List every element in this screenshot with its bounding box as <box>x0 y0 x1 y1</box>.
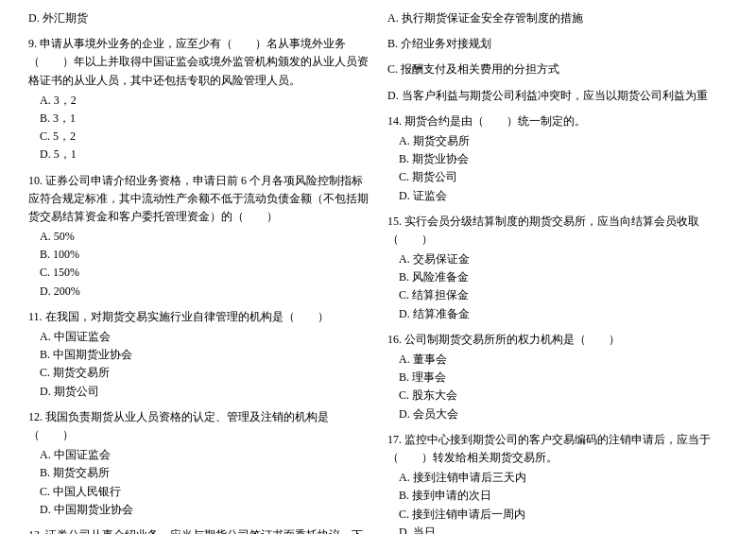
option-d-foreign: D. 外汇期货 <box>28 9 369 27</box>
question-9-text: 9. 申请从事境外业务的企业，应至少有（ ）名从事境外业务（ ）年以上并取得中国… <box>28 35 369 90</box>
q11-option-a: A. 中国证监会 <box>40 328 369 346</box>
q16-option-d: D. 会员大会 <box>399 405 728 423</box>
question-11-text: 11. 在我国，对期货交易实施行业自律管理的机构是（ ） <box>28 308 369 326</box>
q10-option-d: D. 200% <box>40 283 369 301</box>
q14-option-b: B. 期货业协会 <box>399 150 728 168</box>
q17-option-b: B. 接到申请的次日 <box>399 487 728 505</box>
q15-option-d: D. 结算准备金 <box>399 305 728 323</box>
q10-option-c: C. 150% <box>40 264 369 282</box>
question-17-text: 17. 监控中心接到期货公司的客户交易编码的注销申请后，应当于（ ）转发给相关期… <box>387 431 728 467</box>
q16-option-b: B. 理事会 <box>399 369 728 387</box>
question-11-options: A. 中国证监会 B. 中国期货业协会 C. 期货交易所 D. 期货公司 <box>28 328 369 401</box>
q14-option-a: A. 期货交易所 <box>399 132 728 150</box>
q9-option-d: D. 5，1 <box>40 146 369 164</box>
q9-option-b: B. 3，1 <box>40 110 369 128</box>
q16-option-a: A. 董事会 <box>399 351 728 369</box>
q14-option-d: D. 证监会 <box>399 187 728 205</box>
question-15-text: 15. 实行会员分级结算制度的期货交易所，应当向结算会员收取（ ） <box>387 213 728 249</box>
question-16: 16. 公司制期货交易所所的权力机构是（ ） A. 董事会 B. 理事会 C. … <box>387 331 728 423</box>
option-b-introduce-text: B. 介绍业务对接规划 <box>387 35 728 53</box>
q9-option-a: A. 3，2 <box>40 92 369 110</box>
option-d-conflict: D. 当客户利益与期货公司利益冲突时，应当以期货公司利益为重 <box>387 87 728 105</box>
q11-option-d: D. 期货公司 <box>40 383 369 401</box>
q12-option-d: D. 中国期货业协会 <box>40 501 369 519</box>
q12-option-b: B. 期货交易所 <box>40 464 369 482</box>
question-13-text: 13. 证券公司从事介绍业务，应当与期货公司签订书面委托协议，下列各项不属于委托… <box>28 526 369 534</box>
q9-option-c: C. 5，2 <box>40 128 369 146</box>
q11-option-b: B. 中国期货业协会 <box>40 346 369 364</box>
question-15: 15. 实行会员分级结算制度的期货交易所，应当向结算会员收取（ ） A. 交易保… <box>387 213 728 323</box>
q15-option-b: B. 风险准备金 <box>399 268 728 286</box>
option-b-introduce: B. 介绍业务对接规划 <box>387 35 728 53</box>
option-c-report-text: C. 报酬支付及相关费用的分担方式 <box>387 60 728 78</box>
option-d-foreign-text: D. 外汇期货 <box>28 9 369 27</box>
option-a-execute-text: A. 执行期货保证金安全存管制度的措施 <box>387 9 728 27</box>
q11-option-c: C. 期货交易所 <box>40 364 369 382</box>
question-10: 10. 证券公司申请介绍业务资格，申请日前 6 个月各项风险控制指标应符合规定标… <box>28 172 369 301</box>
q12-option-c: C. 中国人民银行 <box>40 483 369 501</box>
question-9-options: A. 3，2 B. 3，1 C. 5，2 D. 5，1 <box>28 92 369 164</box>
q14-option-c: C. 期货公司 <box>399 168 728 186</box>
q15-option-a: A. 交易保证金 <box>399 250 728 268</box>
q17-option-d: D. 当日 <box>399 524 728 534</box>
question-10-options: A. 50% B. 100% C. 150% D. 200% <box>28 228 369 301</box>
question-12-text: 12. 我国负责期货从业人员资格的认定、管理及注销的机构是（ ） <box>28 408 369 444</box>
question-14-options: A. 期货交易所 B. 期货业协会 C. 期货公司 D. 证监会 <box>387 132 728 205</box>
question-12: 12. 我国负责期货从业人员资格的认定、管理及注销的机构是（ ） A. 中国证监… <box>28 408 369 519</box>
q10-option-a: A. 50% <box>40 228 369 246</box>
question-9: 9. 申请从事境外业务的企业，应至少有（ ）名从事境外业务（ ）年以上并取得中国… <box>28 35 369 164</box>
q15-option-c: C. 结算担保金 <box>399 286 728 304</box>
question-14-text: 14. 期货合约是由（ ）统一制定的。 <box>387 112 728 130</box>
question-17: 17. 监控中心接到期货公司的客户交易编码的注销申请后，应当于（ ）转发给相关期… <box>387 431 728 534</box>
question-16-options: A. 董事会 B. 理事会 C. 股东大会 D. 会员大会 <box>387 351 728 423</box>
q10-option-b: B. 100% <box>40 246 369 264</box>
q16-option-c: C. 股东大会 <box>399 387 728 405</box>
question-14: 14. 期货合约是由（ ）统一制定的。 A. 期货交易所 B. 期货业协会 C.… <box>387 112 728 205</box>
question-11: 11. 在我国，对期货交易实施行业自律管理的机构是（ ） A. 中国证监会 B.… <box>28 308 369 401</box>
option-a-execute: A. 执行期货保证金安全存管制度的措施 <box>387 9 728 27</box>
left-column: D. 外汇期货 9. 申请从事境外业务的企业，应至少有（ ）名从事境外业务（ ）… <box>28 9 369 534</box>
q17-option-c: C. 接到注销申请后一周内 <box>399 506 728 524</box>
question-16-text: 16. 公司制期货交易所所的权力机构是（ ） <box>387 331 728 349</box>
question-12-options: A. 中国证监会 B. 期货交易所 C. 中国人民银行 D. 中国期货业协会 <box>28 446 369 519</box>
q17-option-a: A. 接到注销申请后三天内 <box>399 469 728 487</box>
right-column: A. 执行期货保证金安全存管制度的措施 B. 介绍业务对接规划 C. 报酬支付及… <box>387 9 728 534</box>
question-17-options: A. 接到注销申请后三天内 B. 接到申请的次日 C. 接到注销申请后一周内 D… <box>387 469 728 534</box>
option-c-report: C. 报酬支付及相关费用的分担方式 <box>387 60 728 78</box>
question-10-text: 10. 证券公司申请介绍业务资格，申请日前 6 个月各项风险控制指标应符合规定标… <box>28 172 369 227</box>
question-15-options: A. 交易保证金 B. 风险准备金 C. 结算担保金 D. 结算准备金 <box>387 250 728 323</box>
question-13: 13. 证券公司从事介绍业务，应当与期货公司签订书面委托协议，下列各项不属于委托… <box>28 526 369 534</box>
q12-option-a: A. 中国证监会 <box>40 446 369 464</box>
option-d-conflict-text: D. 当客户利益与期货公司利益冲突时，应当以期货公司利益为重 <box>387 87 728 105</box>
